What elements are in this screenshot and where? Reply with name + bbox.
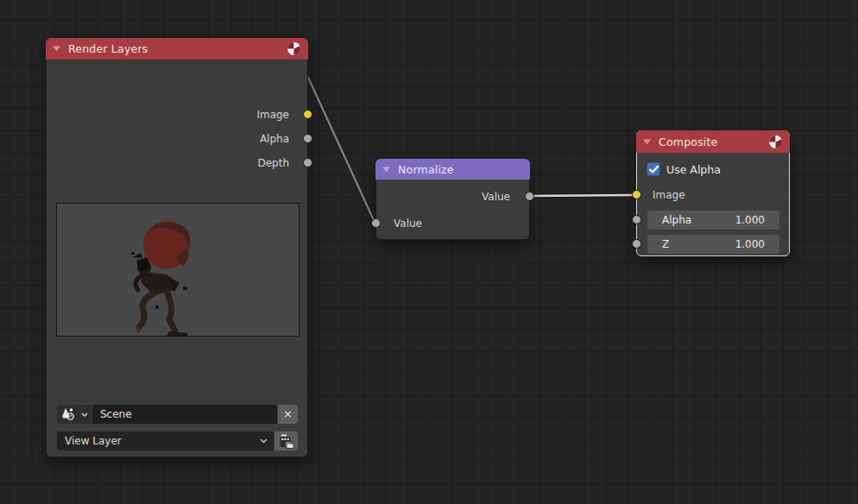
socket-depth-output[interactable]: [303, 158, 312, 167]
link-image-to-normalize[interactable]: [308, 77, 375, 224]
render-result-icon: [768, 135, 783, 149]
alpha-value-field[interactable]: Alpha 1.000: [647, 211, 779, 230]
output-label-image: Image: [256, 103, 289, 127]
composite-node[interactable]: Composite Use Alpha Image Alpha 1.000 Z …: [636, 130, 790, 256]
checkmark-icon: [649, 166, 659, 173]
render-preview: [56, 203, 300, 337]
link-normalize-to-composite[interactable]: [529, 195, 635, 196]
socket-image-output[interactable]: [303, 110, 312, 119]
scene-icon: [60, 407, 79, 421]
chevron-down-icon: [260, 438, 268, 444]
socket-value-output[interactable]: [525, 192, 534, 201]
view-layer-dropdown[interactable]: View Layer: [57, 432, 274, 450]
collapse-arrow-icon[interactable]: [643, 139, 651, 145]
node-editor-canvas[interactable]: Render Layers Image Alpha Depth: [0, 0, 858, 504]
scene-unlink-button[interactable]: ×: [278, 405, 298, 424]
output-label-alpha: Alpha: [260, 127, 289, 151]
close-icon: ×: [283, 407, 293, 420]
collapse-arrow-icon[interactable]: [53, 46, 60, 52]
view-layer-render-icon: [279, 434, 293, 449]
use-alpha-checkbox[interactable]: [647, 162, 660, 176]
z-field-label: Z: [662, 238, 669, 250]
z-field-value: 1.000: [735, 238, 765, 250]
preview-character-image: [57, 204, 299, 336]
node-title: Render Layers: [68, 42, 148, 55]
render-result-icon: [287, 41, 301, 56]
render-single-layer-button[interactable]: [274, 432, 298, 450]
socket-z-input[interactable]: [632, 239, 641, 249]
z-value-field[interactable]: Z 1.000: [647, 235, 779, 254]
normalize-header[interactable]: Normalize: [375, 159, 530, 180]
socket-alpha-output[interactable]: [303, 134, 312, 143]
view-layer-value: View Layer: [65, 435, 122, 447]
socket-value-input[interactable]: [371, 218, 381, 228]
input-label-value: Value: [394, 211, 422, 236]
render-layers-node[interactable]: Render Layers Image Alpha Depth: [46, 38, 308, 457]
node-title: Composite: [659, 135, 718, 148]
input-label-image: Image: [653, 183, 685, 207]
collapse-arrow-icon[interactable]: [382, 167, 390, 173]
scene-name-field[interactable]: Scene: [92, 405, 277, 424]
chevron-down-icon: [81, 413, 88, 417]
composite-header[interactable]: Composite: [636, 130, 790, 153]
view-layer-row: View Layer: [57, 432, 298, 450]
output-label-depth: Depth: [257, 151, 289, 175]
normalize-node[interactable]: Normalize Value Value: [375, 159, 530, 240]
output-label-value: Value: [482, 185, 510, 209]
alpha-field-label: Alpha: [662, 214, 691, 226]
scene-selector-row: Scene ×: [57, 405, 298, 424]
alpha-field-value: 1.000: [735, 214, 765, 226]
render-layers-header[interactable]: Render Layers: [46, 38, 308, 60]
socket-image-input[interactable]: [632, 190, 641, 199]
node-title: Normalize: [398, 163, 454, 176]
use-alpha-label: Use Alpha: [666, 162, 721, 176]
scene-browse-button[interactable]: [57, 405, 91, 424]
socket-alpha-input[interactable]: [632, 215, 641, 224]
